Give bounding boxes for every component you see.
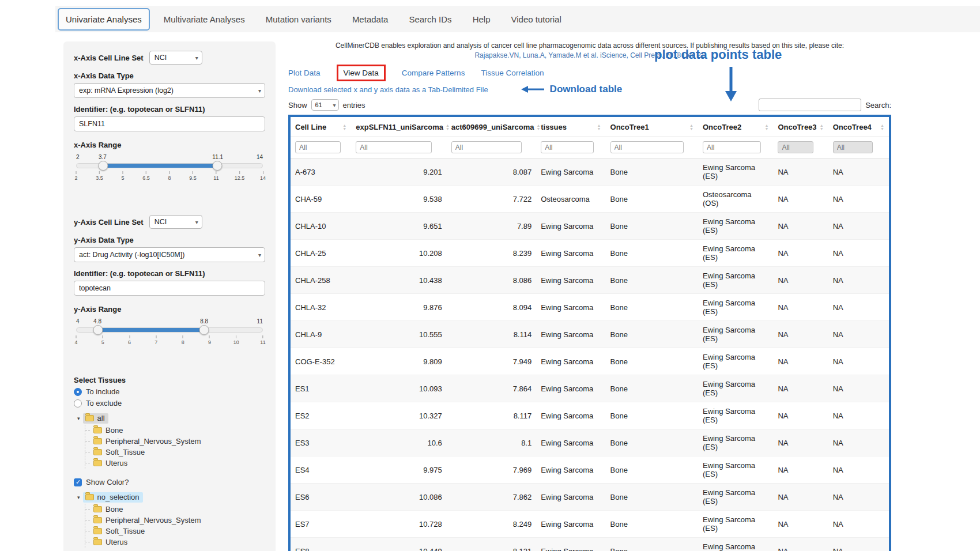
table-cell: Ewing Sarcoma (ES) [698, 267, 773, 294]
annotation-plot-data-points-table: plot data points table [654, 47, 782, 62]
y-axis-cell-line-set-value: NCI [154, 218, 167, 226]
tree-node-all[interactable]: ▾ all [77, 413, 265, 424]
tree-node-soft-tissue[interactable]: Soft_Tissue [91, 526, 265, 537]
slider-track[interactable] [76, 163, 263, 168]
column-filter-oncotree3[interactable] [778, 141, 813, 153]
nav-tab-mutation-variants[interactable]: Mutation variants [259, 9, 338, 29]
nav-tab-video-tutorial[interactable]: Video tutorial [504, 9, 568, 29]
column-header-oncotree1[interactable]: OncoTree1▲▼ [606, 117, 698, 137]
x-axis-data-type-select[interactable]: exp: mRNA Expression (log2) ▾ [74, 83, 265, 98]
tree-root-label: all [97, 414, 105, 422]
radio-to-include[interactable]: To include [74, 387, 265, 396]
radio-to-exclude[interactable]: To exclude [74, 399, 265, 407]
table-row[interactable]: ES810.4498.121Ewing SarcomaBoneEwing Sar… [291, 538, 889, 551]
column-header-oncotree3[interactable]: OncoTree3▲▼ [773, 117, 828, 137]
tree-node-bone[interactable]: Bone [91, 425, 265, 436]
slider-handle-low[interactable] [93, 325, 103, 335]
table-row[interactable]: ES110.0937.864Ewing SarcomaBoneEwing Sar… [291, 375, 889, 402]
column-filter-expslfn11-unisarcoma[interactable] [356, 141, 432, 153]
nav-tab-search-ids[interactable]: Search IDs [402, 9, 458, 29]
tree-node-peripheral-nervous-system[interactable]: Peripheral_Nervous_System [91, 436, 265, 447]
tree-expand-icon[interactable]: ▾ [77, 495, 80, 500]
column-header-act609699-unisarcoma[interactable]: act609699_uniSarcoma▲▼ [447, 117, 536, 137]
download-link[interactable]: Download selected x and y axis data as a… [288, 85, 488, 94]
table-cell: NA [773, 375, 828, 402]
entries-count-select[interactable]: 61 ▾ [311, 99, 339, 111]
y-axis-range-slider[interactable]: 4 4.8 8.8 11 4567891011 [76, 327, 263, 360]
column-header-cell-line[interactable]: Cell Line▲▼ [291, 117, 351, 137]
y-axis-data-type-select[interactable]: act: Drug Activity (-log10[IC50M]) ▾ [74, 247, 265, 262]
column-filter-act609699-unisarcoma[interactable] [451, 141, 522, 153]
tree-node-no-selection[interactable]: ▾ no_selection [77, 492, 265, 503]
show-entries-label: Show [288, 101, 307, 110]
column-filter-oncotree2[interactable] [703, 141, 761, 153]
radio-button-icon [74, 388, 82, 396]
y-axis-identifier-input[interactable] [74, 281, 265, 296]
table-row[interactable]: ES310.68.1Ewing SarcomaBoneEwing Sarcoma… [291, 429, 889, 456]
checkbox-icon [74, 478, 82, 486]
column-header-label: expSLFN11_uniSarcoma [356, 123, 443, 131]
tab-view-data[interactable]: View Data [337, 65, 386, 81]
tree-expand-icon[interactable]: ▾ [77, 416, 80, 421]
slider-tick: 2 [74, 171, 77, 181]
tab-tissue-correlation[interactable]: Tissue Correlation [481, 69, 544, 77]
table-row[interactable]: CHLA-25810.4388.086Ewing SarcomaBoneEwin… [291, 267, 889, 294]
column-header-oncotree2[interactable]: OncoTree2▲▼ [698, 117, 773, 137]
table-cell: NA [773, 321, 828, 348]
y-axis-data-type-label: y-Axis Data Type [74, 236, 265, 244]
slider-track[interactable] [76, 327, 263, 333]
tree-node-bone[interactable]: Bone [91, 504, 265, 515]
column-header-label: tissues [541, 123, 567, 131]
tab-plot-data[interactable]: Plot Data [288, 69, 321, 77]
x-axis-identifier-input[interactable] [74, 116, 265, 131]
nav-tab-metadata[interactable]: Metadata [345, 9, 395, 29]
sidebar-panel: x-Axis Cell Line Set NCI ▾ x-Axis Data T… [63, 41, 276, 551]
column-header-tissues[interactable]: tissues▲▼ [536, 117, 605, 137]
chevron-down-icon: ▾ [258, 252, 261, 258]
column-header-expslfn11-unisarcoma[interactable]: expSLFN11_uniSarcoma▲▼ [351, 117, 446, 137]
table-row[interactable]: ES210.3278.117Ewing SarcomaBoneEwing Sar… [291, 402, 889, 429]
slider-handle-high[interactable] [199, 325, 209, 335]
column-filter-cell-line[interactable] [295, 141, 341, 153]
x-axis-cell-line-set-select[interactable]: NCI ▾ [149, 51, 202, 65]
nav-tab-multivariate-analyses[interactable]: Multivariate Analyses [157, 9, 252, 29]
tree-node-label: Soft_Tissue [105, 527, 145, 535]
table-cell: Bone [606, 213, 698, 240]
show-color-checkbox[interactable]: Show Color? [74, 478, 265, 486]
slider-handle-low[interactable] [98, 161, 108, 171]
tree-node-uterus[interactable]: Uterus [91, 537, 265, 548]
top-navigation: Univariate AnalysesMultivariate Analyses… [55, 6, 980, 32]
table-row[interactable]: CHLA-329.8768.094Ewing SarcomaBoneEwing … [291, 294, 889, 321]
nav-tab-univariate-analyses[interactable]: Univariate Analyses [58, 8, 150, 31]
x-axis-range-slider[interactable]: 2 3.7 11.1 14 23.556.589.51112.514 [76, 163, 263, 195]
tree-node-peripheral-nervous-system[interactable]: Peripheral_Nervous_System [91, 515, 265, 526]
table-row[interactable]: A-6739.2018.087Ewing SarcomaBoneEwing Sa… [291, 158, 889, 186]
table-cell: NA [828, 186, 889, 213]
slider-tick: 9.5 [189, 171, 197, 181]
table-row[interactable]: CHA-599.5387.722OsteosarcomaBoneOsteosar… [291, 186, 889, 213]
search-input[interactable] [759, 99, 861, 111]
citation-reference-link[interactable]: Rajapakse.VN, Luna.A, Yamade.M et al. iS… [288, 51, 891, 59]
table-row[interactable]: ES49.9757.969Ewing SarcomaBoneEwing Sarc… [291, 456, 889, 484]
column-filter-tissues[interactable] [541, 141, 594, 153]
table-row[interactable]: ES710.7288.249Ewing SarcomaBoneEwing Sar… [291, 511, 889, 538]
column-filter-oncotree4[interactable] [833, 141, 873, 153]
column-header-label: act609699_uniSarcoma [451, 123, 534, 131]
table-row[interactable]: CHLA-910.5558.114Ewing SarcomaBoneEwing … [291, 321, 889, 348]
y-axis-cell-line-set-select[interactable]: NCI ▾ [149, 215, 202, 229]
table-row[interactable]: ES610.0867.862Ewing SarcomaBoneEwing Sar… [291, 484, 889, 511]
x-axis-cell-line-set-value: NCI [154, 54, 167, 62]
slider-handle-high[interactable] [213, 161, 223, 171]
tree-node-label: Bone [105, 505, 123, 514]
table-row[interactable]: CHLA-2510.2088.239Ewing SarcomaBoneEwing… [291, 240, 889, 267]
table-cell: 8.087 [447, 158, 536, 186]
tab-compare-patterns[interactable]: Compare Patterns [402, 69, 465, 77]
table-row[interactable]: COG-E-3529.8097.949Ewing SarcomaBoneEwin… [291, 348, 889, 375]
filter-row [291, 137, 889, 158]
table-row[interactable]: CHLA-109.6517.89Ewing SarcomaBoneEwing S… [291, 213, 889, 240]
column-filter-oncotree1[interactable] [610, 141, 684, 153]
column-header-oncotree4[interactable]: OncoTree4▲▼ [828, 117, 889, 137]
nav-tab-help[interactable]: Help [466, 9, 497, 29]
tree-node-uterus[interactable]: Uterus [91, 458, 265, 469]
tree-node-soft-tissue[interactable]: Soft_Tissue [91, 447, 265, 458]
